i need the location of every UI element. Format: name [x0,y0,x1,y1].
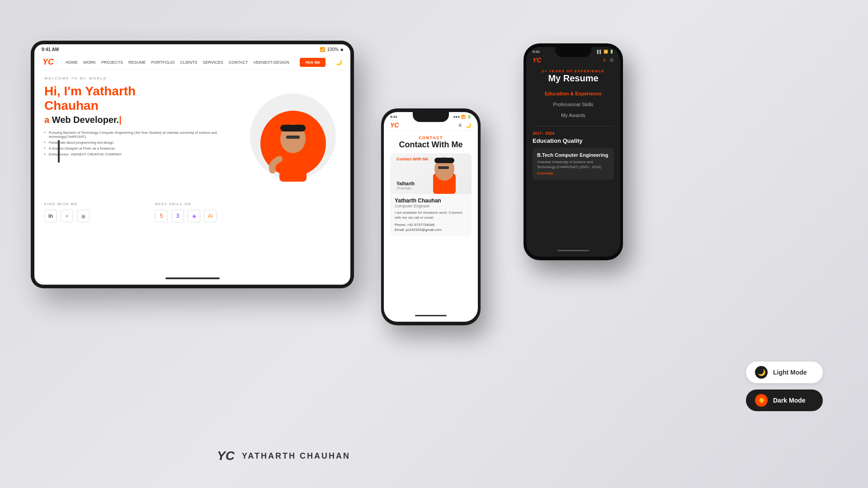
contact-job: Computer Engineer [395,204,467,208]
phone2-time: 9:41 [533,50,540,54]
sun-icon: ☀️ [758,397,765,404]
phone1-logo: YC [390,122,399,129]
svg-rect-0 [279,150,307,182]
svg-rect-3 [280,125,306,131]
nav-work[interactable]: WORK [83,60,96,65]
nav-projects[interactable]: PROJECTS [101,60,123,65]
phone1-content: CONTACT Contact With Me Contact With Me … [384,131,478,241]
contact-person-svg [422,153,467,194]
contact-description: I am available for freelance work. Conne… [395,210,467,220]
phone1-battery: 🔋 [467,115,472,119]
phone2-notch [555,47,591,57]
phone2-settings-icon[interactable]: ⚙ [609,57,614,63]
social-icons: in ⑂ ◎ [44,210,137,222]
bullet-1: Pursuing Bachelor of Technology Computer… [44,130,245,140]
bullet-2: Passionate about programming and design. [44,140,245,145]
hero-person-svg [266,109,320,182]
nav-veenext[interactable]: VEENEXT-DESIGN [254,60,289,65]
css3-skill-icon: 3 [171,210,184,222]
moon-icon: 🌙 [758,369,765,376]
phone1-home-bar [415,315,447,316]
resume-divider [533,126,614,127]
phone1-contact-title: Contact With Me [390,140,472,150]
hero-left: WELCOME TO MY WORLD Hi, I'm YatharthChau… [44,76,245,197]
svg-rect-2 [286,136,300,139]
best-skill-label: BEST SKILL ON [155,202,340,206]
light-mode-button[interactable]: 🌙 Light Mode [746,361,823,383]
hero-sub-bold: Web Developer. [52,115,119,125]
phone1-contact-label: CONTACT [390,136,472,140]
resume-menu-awards[interactable]: My Awards [533,111,614,120]
phone2-nav-right: ≡ ⚙ [603,57,614,63]
nav-clients[interactable]: CLIENTS [180,60,197,65]
nav-contact[interactable]: CONTACT [229,60,248,65]
phone2-device: 9:41 ▌▌ 📶 🔋 YC ≡ ⚙ 2+ YEARS OF EXPERIENC… [524,43,623,260]
hero-heading-prefix: Hi, I'm [44,84,85,98]
bullet-4: Entrepreneur: VEENEXT CREATIVE COMPANY [44,151,245,157]
welcome-text: WELCOME TO MY WORLD [44,76,245,80]
contact-card-name: Yatharth [396,181,415,186]
education-title: Education Quality [533,137,614,144]
phone2-menu-icon[interactable]: ≡ [603,57,606,63]
phone1-menu-icon[interactable]: ≡ [458,122,462,128]
resume-menu: Education & Experience Professional Skil… [533,89,614,120]
phone1-screen: 9:41 ●●● 📶 🔋 YC ≡ 🌙 CONTACT Contact With… [384,112,478,322]
skill-icons: 5 3 ◈ Ai [155,210,340,222]
svg-rect-7 [434,158,454,163]
nav-services[interactable]: SERVICES [203,60,223,65]
phone2-signal: ▌▌ [597,50,602,54]
tablet-status-bar: 9:41 AM 📶 100% ■ [34,44,350,55]
phone2-logo: YC [533,56,541,64]
phone1-darkmode-icon[interactable]: 🌙 [465,122,472,128]
tablet-nav-links: HOME WORK PROJECTS RESUME PORTFOLIO CLIE… [66,60,292,65]
phone2-content: 2+ YEARS OF EXPERIENCE My Resume Educati… [526,66,620,183]
dark-mode-toggle-icon[interactable]: 🌙 [335,59,342,66]
light-mode-label: Light Mode [773,369,807,376]
hire-me-button[interactable]: Hire Me [300,58,326,67]
contact-card-role: Chauhan [396,186,415,190]
brand-logo: YC [217,449,235,463]
find-with-label: FIND WITH ME [44,202,137,206]
html5-skill-icon: 5 [155,210,168,222]
hero-sub-a: a [44,115,52,125]
tablet-home-bar [165,277,220,279]
tablet-status-right: 📶 100% ■ [320,47,343,52]
contact-info: Yatharth Chauhan Computer Engineer I am … [390,194,472,236]
linkedin-icon[interactable]: in [44,210,57,222]
bottom-brand: YC YATHARTH CHAUHAN [217,449,350,463]
dark-mode-button[interactable]: ☀️ Dark Mode [746,389,823,411]
hero-bullets: Pursuing Bachelor of Technology Computer… [44,130,245,157]
hero-portrait-area [248,91,338,182]
contact-card-name-area: Yatharth Chauhan [396,181,415,190]
nav-portfolio[interactable]: PORTFOLIO [151,60,175,65]
contact-person-name: Yatharth Chauhan [395,197,467,204]
tablet-logo: YC [42,57,54,67]
nav-home[interactable]: HOME [66,60,78,65]
contact-card-link[interactable]: Contact With Me [396,157,428,161]
edu-university: Charotar University of Science and Techn… [537,160,609,169]
battery-icon: ■ [340,47,343,52]
dark-mode-label: Dark Mode [773,397,806,404]
phone1-wifi: 📶 [461,115,466,119]
tablet-navbar: YC HOME WORK PROJECTS RESUME PORTFOLIO C… [34,55,350,70]
mode-toggles: 🌙 Light Mode ☀️ Dark Mode [746,361,823,411]
edu-degree: B.Tech Computer Engineering [537,152,609,158]
tablet-time: 9:41 AM [42,47,59,52]
hero-heading: Hi, I'm YatharthChauhan [44,84,245,113]
phone1-device: 9:41 ●●● 📶 🔋 YC ≡ 🌙 CONTACT Contact With… [381,108,481,325]
phone2-screen: 9:41 ▌▌ 📶 🔋 YC ≡ ⚙ 2+ YEARS OF EXPERIENC… [526,47,620,257]
phone1-status-right: ●●● 📶 🔋 [453,115,472,119]
instagram-icon[interactable]: ◎ [77,210,90,222]
dark-mode-icon: ☀️ [755,394,768,407]
phone1-nav-right: ≡ 🌙 [458,122,472,128]
brand-name: YATHARTH CHAUHAN [242,451,350,461]
illustrator-skill-icon: Ai [204,210,217,222]
nav-resume[interactable]: RESUME [128,60,146,65]
bullet-3: A Graphic Designer at Fiverr as a freela… [44,145,245,151]
resume-menu-education[interactable]: Education & Experience [533,89,614,98]
phone1-time: 9:41 [390,115,397,119]
github-icon[interactable]: ⑂ [61,210,73,222]
resume-menu-skills[interactable]: Professional Skills [533,100,614,109]
find-with-section: FIND WITH ME in ⑂ ◎ [44,202,137,222]
contact-email: Email: yc232326@gmail.com [395,228,467,232]
